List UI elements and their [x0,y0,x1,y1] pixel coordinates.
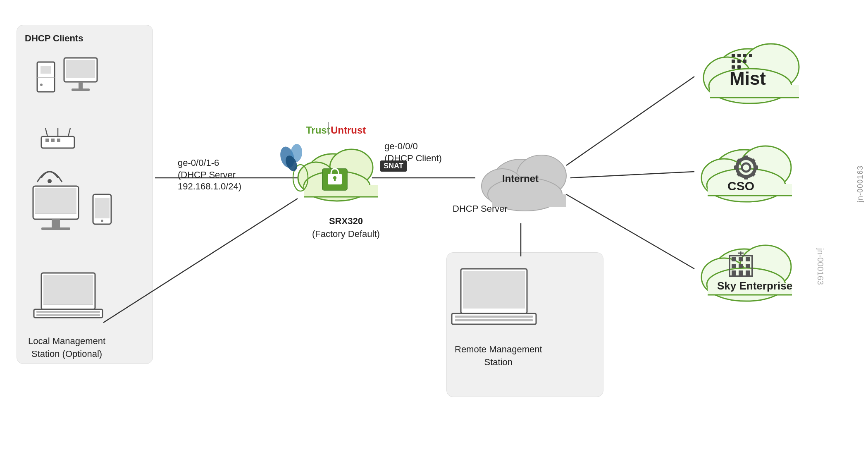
svg-rect-109 [463,271,525,308]
svg-rect-100 [95,198,110,218]
svg-rect-86 [41,136,74,148]
svg-rect-32 [732,54,735,57]
svg-rect-69 [732,264,736,268]
srx-subtitle: (Factory Default) [312,228,380,241]
large-monitor-icon [33,186,79,230]
svg-rect-89 [57,139,60,142]
svg-rect-68 [746,257,750,261]
svg-rect-66 [732,257,736,261]
svg-rect-37 [737,60,741,63]
svg-point-101 [101,220,103,222]
svg-rect-21 [334,178,336,181]
remote-mgmt-label: Remote Management Station [455,343,542,369]
svg-rect-111 [452,313,536,324]
svg-rect-53 [754,165,758,170]
internet-label: Internet [502,172,539,186]
svg-rect-105 [34,309,103,318]
svg-rect-35 [749,54,752,57]
interface-right-name: ge-0/0/0 [384,141,442,153]
dhcp-server-label: DHCP Server [453,203,508,215]
sky-cloud-group: Sky Enterprise [701,245,792,301]
svg-rect-71 [746,264,750,268]
laptop-local-icon [34,273,103,318]
svg-rect-83 [41,66,51,74]
svg-rect-74 [746,270,750,276]
svg-line-4 [566,77,694,165]
svg-line-92 [68,128,70,136]
svg-text:Mist: Mist [730,68,766,89]
interface-left-name: ge-0/0/1-6 [178,157,241,169]
side-label: jn-000163 [816,248,825,285]
tower-icon [37,62,55,92]
svg-text:Sky Enterprise: Sky Enterprise [717,280,792,292]
svg-rect-79 [66,60,95,78]
untrust-label: Untrust [331,123,366,137]
svg-rect-36 [732,60,735,63]
svg-rect-95 [35,188,76,214]
svg-rect-107 [36,314,100,316]
srx-cloud-group [293,149,378,201]
svg-rect-38 [743,60,746,63]
tablet-icon [93,194,111,224]
svg-rect-113 [455,319,533,321]
interface-left-sub: (DHCP Server [178,169,241,181]
svg-point-49 [742,163,750,172]
svg-rect-80 [79,82,83,89]
remote-mgmt-line1: Remote Management [455,343,542,356]
interface-left-sub2: 192.168.1.0/24) [178,181,241,193]
svg-line-1 [103,199,298,323]
mist-cloud-group: Mist [703,44,799,103]
router-icon [41,128,74,148]
svg-line-5 [570,172,694,178]
svg-rect-87 [45,139,49,142]
svg-rect-106 [36,311,100,313]
svg-rect-50 [744,156,748,160]
svg-line-6 [566,194,694,269]
diagram-container: DHCP Clients [0,0,868,457]
local-mgmt-line1: Local Management [28,335,105,348]
srx-name: SRX320 [312,215,380,228]
svg-rect-103 [43,275,93,305]
svg-rect-73 [739,270,743,276]
local-mgmt-line2: Station (Optional) [28,348,105,361]
svg-rect-96 [52,219,60,227]
svg-point-84 [40,84,43,86]
svg-rect-67 [739,257,743,261]
svg-rect-34 [743,54,746,57]
remote-mgmt-line2: Station [455,356,542,369]
trust-untrust-divider [328,122,329,135]
svg-line-90 [45,128,48,136]
side-watermark: jn-000163 [856,165,865,202]
svg-rect-81 [72,89,90,91]
main-svg: Mist CSO [0,0,868,457]
svg-rect-112 [455,316,533,318]
left-interface-label: ge-0/0/1-6 (DHCP Server 192.168.1.0/24) [178,157,241,193]
juniper-logo-group [278,144,303,173]
srx-label: SRX320 (Factory Default) [312,215,380,241]
desktop-icon [64,58,97,91]
svg-rect-70 [739,264,743,268]
snat-badge: SNAT [380,160,407,172]
svg-rect-72 [732,270,736,276]
svg-rect-52 [734,165,738,170]
laptop-remote-icon [452,269,536,324]
svg-text:CSO: CSO [727,179,754,193]
svg-rect-97 [41,227,70,230]
local-mgmt-label: Local Management Station (Optional) [28,335,105,361]
svg-rect-33 [737,54,741,57]
svg-point-93 [48,179,52,183]
cso-cloud-group: CSO [701,146,792,202]
trust-label: Trust [306,123,330,137]
svg-rect-88 [51,139,55,142]
wifi-icon [37,172,62,183]
